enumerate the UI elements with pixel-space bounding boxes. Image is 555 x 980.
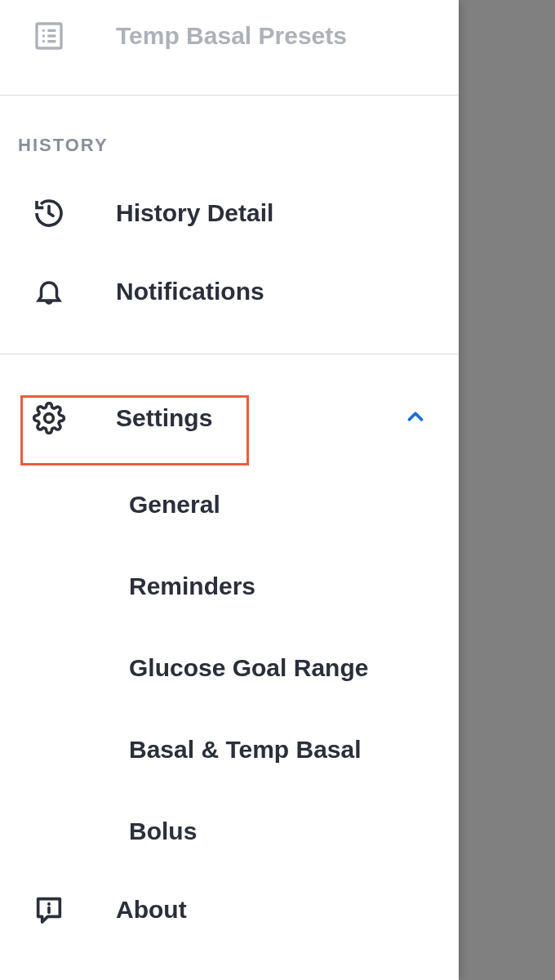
history-icon bbox=[31, 195, 67, 231]
menu-item-notifications[interactable]: Notifications bbox=[0, 252, 459, 331]
list-icon bbox=[31, 18, 67, 54]
submenu-item-reminders[interactable]: Reminders bbox=[0, 546, 459, 627]
submenu-item-bolus[interactable]: Bolus bbox=[0, 791, 459, 872]
menu-item-about[interactable]: About bbox=[0, 872, 459, 947]
menu-item-settings[interactable]: Settings bbox=[0, 382, 459, 454]
submenu-item-glucose-goal-range[interactable]: Glucose Goal Range bbox=[0, 627, 459, 709]
info-speech-icon bbox=[31, 892, 67, 928]
bell-icon bbox=[31, 274, 67, 310]
menu-item-label: Settings bbox=[116, 404, 212, 432]
menu-item-label: Notifications bbox=[116, 278, 264, 305]
submenu-item-basal-temp-basal[interactable]: Basal & Temp Basal bbox=[0, 709, 459, 791]
section-header-history: HISTORY bbox=[0, 96, 459, 174]
navigation-drawer: Temp Basal Presets HISTORY History Detai… bbox=[0, 0, 459, 980]
menu-item-label: About bbox=[116, 896, 187, 924]
menu-item-history-detail[interactable]: History Detail bbox=[0, 174, 459, 252]
submenu-item-label: Basal & Temp Basal bbox=[129, 736, 362, 764]
chevron-up-icon bbox=[403, 404, 428, 432]
submenu-item-label: Reminders bbox=[129, 572, 255, 600]
gear-icon bbox=[31, 400, 67, 436]
menu-item-label: History Detail bbox=[116, 199, 273, 227]
submenu-item-label: Bolus bbox=[129, 817, 197, 845]
submenu-item-label: General bbox=[129, 491, 220, 519]
submenu-item-label: Glucose Goal Range bbox=[129, 654, 368, 682]
menu-item-label: Temp Basal Presets bbox=[116, 22, 347, 50]
svg-point-7 bbox=[45, 414, 54, 423]
submenu-item-general[interactable]: General bbox=[0, 464, 459, 546]
menu-item-temp-basal-presets[interactable]: Temp Basal Presets bbox=[0, 0, 459, 72]
